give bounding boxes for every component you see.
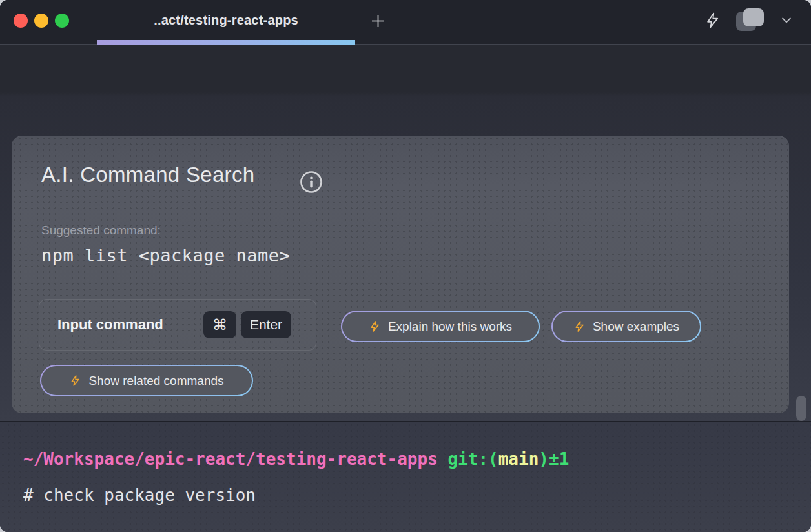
button-label: Show examples [593, 320, 679, 334]
git-close: ) [539, 449, 549, 469]
show-examples-button[interactable]: Show examples [551, 311, 701, 342]
suggested-command-text: npm list <package_name> [41, 245, 290, 265]
active-tab-gradient-underline [97, 40, 355, 45]
prompt-path: ~/Workspace/epic-react/testing-react-app… [23, 449, 438, 469]
terminal-tab[interactable]: ..act/testing-react-apps [97, 0, 355, 40]
git-branch: main [498, 449, 539, 469]
tab-title: ..act/testing-react-apps [154, 13, 298, 28]
lightning-bolt-icon [69, 374, 81, 387]
info-icon[interactable] [300, 170, 323, 194]
warp-terminal-window: ..act/testing-react-apps [0, 0, 811, 532]
dropdown-chevron-button[interactable] [780, 14, 793, 26]
panel-title: A.I. Command Search [41, 163, 254, 187]
git-status: ±1 [549, 449, 569, 469]
button-label: Explain how this works [388, 320, 512, 334]
block-divider-line [0, 94, 811, 94]
button-label: Show related commands [88, 374, 223, 388]
enter-key-badge: Enter [241, 311, 291, 338]
terminal-scrollback-area: A.I. Command Search Suggested command: n… [0, 45, 811, 421]
show-related-commands-button[interactable]: Show related commands [40, 365, 253, 396]
lightning-bolt-icon [369, 320, 381, 333]
git-prefix: git:( [438, 449, 498, 469]
layers-front-icon [743, 8, 764, 26]
plus-icon [369, 12, 387, 30]
warp-ai-button[interactable] [703, 10, 722, 30]
cmd-key-badge: ⌘ [203, 311, 236, 338]
input-command-hint[interactable]: Input command ⌘ Enter [39, 299, 316, 351]
minimize-window-button[interactable] [34, 14, 48, 28]
input-command-label: Input command [57, 316, 203, 333]
maximize-window-button[interactable] [55, 14, 69, 28]
titlebar: ..act/testing-react-apps [0, 0, 811, 40]
windows-menu-button[interactable] [736, 8, 766, 32]
lightning-bolt-icon [704, 12, 721, 29]
suggested-command-label: Suggested command: [41, 223, 161, 238]
lightning-bolt-icon [573, 320, 586, 333]
explain-how-this-works-button[interactable]: Explain how this works [341, 311, 540, 342]
scrollbar-thumb[interactable] [796, 396, 806, 421]
shell-prompt: ~/Workspace/epic-react/testing-react-app… [23, 449, 569, 469]
new-tab-button[interactable] [365, 10, 390, 31]
terminal-input-block[interactable]: ~/Workspace/epic-react/testing-react-app… [0, 421, 811, 532]
chevron-down-icon [780, 14, 793, 26]
typed-command[interactable]: # check package version [23, 486, 256, 505]
close-window-button[interactable] [14, 14, 28, 28]
titlebar-right-controls [703, 0, 793, 40]
tab-strip-divider [0, 40, 811, 45]
ai-command-search-panel: A.I. Command Search Suggested command: n… [12, 136, 789, 413]
